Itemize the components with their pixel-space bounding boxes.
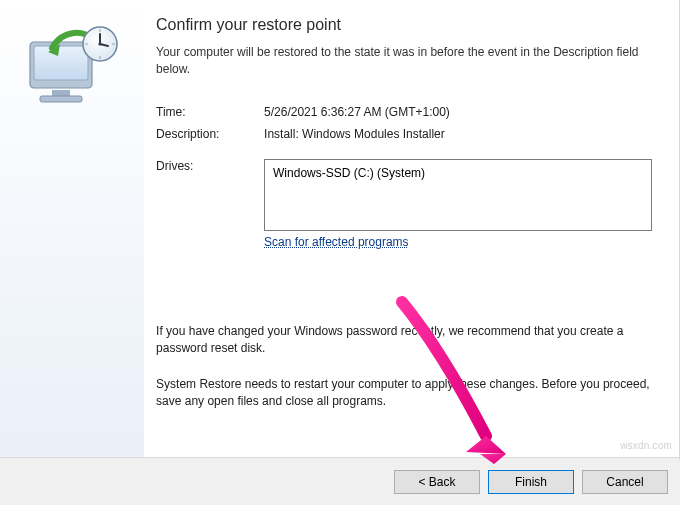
svg-rect-2 — [52, 90, 70, 96]
back-button[interactable]: < Back — [394, 470, 480, 494]
cancel-button[interactable]: Cancel — [582, 470, 668, 494]
watermark: wsxdn.com — [620, 440, 672, 451]
description-value: Install: Windows Modules Installer — [264, 127, 652, 141]
page-title: Confirm your restore point — [156, 16, 652, 34]
scan-affected-programs-link[interactable]: Scan for affected programs — [264, 235, 409, 249]
restart-note: System Restore needs to restart your com… — [156, 376, 652, 411]
drives-listbox[interactable]: Windows-SSD (C:) (System) — [264, 159, 652, 231]
wizard-sidebar — [0, 0, 144, 457]
time-value: 5/26/2021 6:36:27 AM (GMT+1:00) — [264, 105, 652, 119]
description-label: Description: — [156, 127, 256, 141]
finish-button[interactable]: Finish — [488, 470, 574, 494]
drives-item[interactable]: Windows-SSD (C:) (System) — [273, 166, 643, 180]
system-restore-icon — [24, 24, 124, 114]
drives-label: Drives: — [156, 159, 256, 173]
wizard-main: Confirm your restore point Your computer… — [144, 0, 680, 457]
password-note: If you have changed your Windows passwor… — [156, 323, 652, 358]
time-label: Time: — [156, 105, 256, 119]
svg-rect-1 — [34, 46, 88, 80]
svg-rect-3 — [40, 96, 82, 102]
page-subtitle: Your computer will be restored to the st… — [156, 44, 652, 79]
wizard-footer: < Back Finish Cancel — [0, 457, 680, 505]
